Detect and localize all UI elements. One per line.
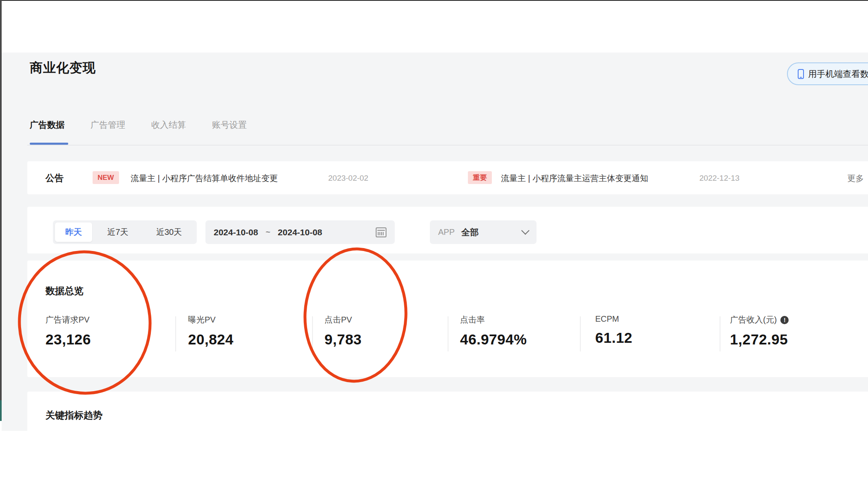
date-range-separator: ~ bbox=[265, 227, 270, 237]
metric-divider bbox=[580, 316, 581, 351]
metric-click-pv: 点击PV 9,783 bbox=[324, 314, 362, 348]
metric-value: 9,783 bbox=[324, 331, 362, 348]
date-range-end: 2024-10-08 bbox=[278, 227, 322, 237]
ad-monetization-dashboard: { "page": { "title": "商业化变现" }, "header"… bbox=[0, 0, 868, 478]
metric-divider bbox=[720, 316, 720, 351]
metric-impression-pv: 曝光PV 20,824 bbox=[188, 314, 234, 348]
range-yesterday-button[interactable]: 昨天 bbox=[55, 222, 92, 242]
metric-click-rate: 点击率 46.9794% bbox=[460, 314, 527, 348]
new-badge: NEW bbox=[93, 171, 119, 184]
metric-ad-request-pv: 广告请求PV 23,126 bbox=[45, 314, 91, 348]
metric-label: ECPM bbox=[595, 314, 632, 324]
calendar-icon bbox=[376, 227, 386, 237]
metric-ad-revenue: 广告收入(元) ! 1,272.95 bbox=[730, 314, 789, 348]
view-on-mobile-button[interactable]: 用手机端查看数据 bbox=[787, 62, 868, 85]
tab-income-settlement[interactable]: 收入结算 bbox=[151, 119, 186, 131]
metric-label: 点击率 bbox=[460, 314, 527, 325]
metric-label: 曝光PV bbox=[188, 314, 234, 325]
metric-divider bbox=[312, 316, 313, 351]
tab-ad-data[interactable]: 广告数据 bbox=[30, 119, 64, 131]
data-overview-card: 数据总览 广告请求PV 23,126 曝光PV 20,824 点击PV 9,78… bbox=[27, 261, 868, 377]
main-tabs: 广告数据 广告管理 收入结算 账号设置 bbox=[30, 119, 247, 131]
date-range-picker[interactable]: 2024-10-08 ~ 2024-10-08 bbox=[205, 220, 395, 244]
announcement-date-2: 2022-12-13 bbox=[699, 174, 739, 183]
app-filter-label: APP bbox=[438, 227, 455, 237]
announcement-date-1: 2023-02-02 bbox=[328, 174, 368, 183]
date-quick-range-segmented-control: 昨天 近7天 近30天 bbox=[53, 220, 197, 244]
view-on-mobile-label: 用手机端查看数据 bbox=[808, 68, 868, 80]
announcement-link-1[interactable]: 流量主 | 小程序广告结算单收件地址变更 bbox=[131, 173, 278, 184]
key-metric-trend-title: 关键指标趋势 bbox=[45, 409, 103, 422]
date-range-start: 2024-10-08 bbox=[214, 227, 258, 237]
window-top-edge bbox=[0, 0, 868, 1]
metric-value: 61.12 bbox=[595, 330, 632, 346]
filter-bar: 昨天 近7天 近30天 2024-10-08 ~ 2024-10-08 APP … bbox=[27, 207, 868, 253]
key-metric-trend-card: 关键指标趋势 bbox=[27, 392, 868, 478]
metric-label: 广告收入(元) bbox=[730, 314, 777, 325]
app-filter-dropdown[interactable]: APP 全部 bbox=[430, 220, 537, 244]
info-icon[interactable]: ! bbox=[780, 316, 789, 324]
data-overview-title: 数据总览 bbox=[45, 284, 83, 297]
metric-value: 20,824 bbox=[188, 331, 234, 348]
tabs-divider bbox=[27, 145, 868, 146]
metric-divider bbox=[448, 316, 448, 351]
chevron-down-icon bbox=[521, 226, 529, 234]
announcement-more-link[interactable]: 更多 bbox=[847, 173, 864, 184]
metric-label: 点击PV bbox=[324, 314, 362, 325]
metric-value: 46.9794% bbox=[460, 331, 527, 348]
metric-divider bbox=[175, 316, 176, 351]
range-7days-button[interactable]: 近7天 bbox=[92, 227, 143, 238]
phone-icon bbox=[798, 69, 804, 79]
metric-ecpm: ECPM 61.12 bbox=[595, 314, 632, 346]
tab-ad-management[interactable]: 广告管理 bbox=[91, 119, 125, 131]
important-badge: 重要 bbox=[468, 171, 492, 184]
tab-account-settings[interactable]: 账号设置 bbox=[212, 119, 247, 131]
range-30days-button[interactable]: 近30天 bbox=[143, 227, 195, 238]
metric-label: 广告请求PV bbox=[45, 314, 91, 325]
announcement-link-2[interactable]: 流量主 | 小程序流量主运营主体变更通知 bbox=[501, 173, 648, 184]
app-filter-value: 全部 bbox=[461, 227, 479, 238]
page-title: 商业化变现 bbox=[30, 59, 96, 76]
announcement-bar: 公告 NEW 流量主 | 小程序广告结算单收件地址变更 2023-02-02 重… bbox=[27, 161, 868, 194]
active-tab-underline bbox=[30, 143, 68, 145]
announcement-title: 公告 bbox=[45, 172, 64, 184]
metric-value: 1,272.95 bbox=[730, 331, 789, 348]
metric-value: 23,126 bbox=[45, 331, 91, 348]
